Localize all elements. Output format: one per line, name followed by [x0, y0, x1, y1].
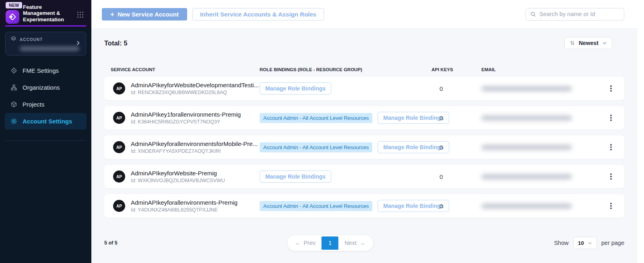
- table-row: AP AdminAPIkeyforWebsiteDevelopmentandTe…: [104, 77, 624, 100]
- column-header-role-bindings: ROLE BINDINGS (ROLE - RESOURCE GROUP): [260, 67, 431, 72]
- plus-icon: +: [110, 11, 114, 18]
- search-input[interactable]: [539, 11, 620, 17]
- sidebar: NEW Feature Management & Experimentation…: [0, 0, 91, 263]
- account-name-redacted: [20, 46, 79, 51]
- page-1-button[interactable]: 1: [322, 236, 339, 250]
- product-title: Feature Management & Experimentation: [23, 4, 74, 23]
- sidebar-item-label: FME Settings: [23, 67, 59, 74]
- table-body: AP AdminAPIkeyforWebsiteDevelopmentandTe…: [104, 77, 624, 224]
- sidebar-divider: [5, 140, 86, 141]
- email-cell: [481, 86, 597, 91]
- sort-arrows-icon: [570, 40, 575, 46]
- service-account-id: Id: WXK3NVOJBQZILIDMAVBJWCSVWU: [131, 178, 225, 183]
- email-redacted: [481, 203, 572, 209]
- role-bindings-cell: Manage Role Bindings: [260, 82, 431, 95]
- sidebar-item-account-settings[interactable]: Account Settings: [5, 113, 87, 129]
- toolbar: + New Service Account Inherit Service Ac…: [91, 0, 637, 29]
- email-redacted: [481, 115, 572, 121]
- service-account-name: AdminAPIkeyforallenvironmentsforMobile-P…: [131, 140, 258, 147]
- next-page-button[interactable]: Next →: [339, 237, 371, 249]
- column-header-api-keys: API KEYS: [431, 67, 481, 72]
- table-row: AP AdminAPIkeyforallenvironments-Premig …: [104, 194, 624, 218]
- new-service-account-button[interactable]: + New Service Account: [102, 8, 187, 21]
- new-badge: NEW: [6, 2, 22, 8]
- sidebar-item-projects[interactable]: Projects: [5, 96, 87, 113]
- sidebar-nav: FME Settings Organizations Projects: [0, 62, 91, 129]
- email-cell: [481, 145, 597, 150]
- chevron-right-icon: [75, 40, 81, 47]
- chevron-down-icon: [588, 241, 592, 245]
- service-account-cell: AP AdminAPIkeyforallenvironments-Premig …: [113, 199, 260, 213]
- avatar: AP: [113, 200, 125, 212]
- total-count: Total: 5: [104, 39, 127, 47]
- prev-label: Prev: [303, 240, 316, 246]
- fme-settings-icon: [10, 67, 17, 74]
- api-keys-count: 0: [431, 85, 481, 92]
- kebab-menu-button[interactable]: [606, 83, 616, 94]
- search-box: [526, 8, 624, 21]
- manage-role-bindings-button[interactable]: Manage Role Bindings: [260, 82, 331, 95]
- email-cell: [481, 203, 597, 209]
- app-switcher-icon[interactable]: [77, 12, 83, 18]
- account-selector[interactable]: ACCOUNT: [5, 32, 86, 55]
- page-count: 5 of 5: [104, 240, 118, 246]
- service-account-cell: AP AdminAPIkeyforWebsiteDevelopmentandTe…: [113, 82, 260, 95]
- manage-role-bindings-button[interactable]: Manage Role Bindings: [260, 171, 331, 183]
- search-icon: [530, 11, 536, 17]
- new-service-account-label: New Service Account: [118, 11, 179, 18]
- api-keys-count: 0: [431, 115, 481, 121]
- chevron-down-icon: [602, 41, 607, 45]
- email-redacted: [481, 145, 572, 150]
- table-row: AP AdminAPIkeyforWebsite-Premig Id: WXK3…: [104, 165, 624, 188]
- avatar: AP: [113, 112, 125, 124]
- role-bindings-cell: Manage Role Bindings: [260, 171, 431, 183]
- kebab-menu-button[interactable]: [606, 113, 616, 123]
- brand-divider: [5, 25, 86, 27]
- sidebar-item-label: Projects: [23, 101, 44, 108]
- service-account-id: Id: XNOERAFYYA5XPDEZ7AOQTJKIRI: [131, 148, 258, 154]
- page-size-dropdown[interactable]: 10: [573, 237, 597, 249]
- gear-icon: [10, 118, 17, 125]
- avatar: AP: [113, 82, 125, 95]
- account-label: ACCOUNT: [20, 37, 43, 42]
- service-account-id: Id: Y4OUNXZ46A6IBL6255QTPXJJNE: [131, 207, 237, 213]
- email-redacted: [481, 86, 572, 91]
- email-redacted: [481, 174, 572, 179]
- inherit-service-accounts-button[interactable]: Inherit Service Accounts & Assign Roles: [192, 8, 324, 21]
- role-bindings-cell: Account Admin - All Account Level Resour…: [260, 141, 431, 153]
- sidebar-item-label: Organizations: [23, 84, 60, 91]
- next-label: Next: [345, 240, 357, 246]
- sidebar-item-fme-settings[interactable]: FME Settings: [5, 62, 87, 79]
- avatar: AP: [113, 171, 125, 183]
- pager: ← Prev 1 Next →: [287, 235, 373, 251]
- sidebar-header: NEW Feature Management & Experimentation: [0, 0, 91, 28]
- fme-logo-icon: [6, 10, 19, 24]
- projects-icon: [10, 101, 17, 108]
- kebab-menu-button[interactable]: [606, 171, 616, 182]
- table-row: AP AdminAPIkeyforallenvironmentsforMobil…: [104, 136, 624, 159]
- sidebar-item-label: Account Settings: [23, 118, 72, 125]
- api-keys-count: 0: [431, 144, 481, 151]
- content: Total: 5 Newest SERVICE ACCOUNT ROLE BIN…: [91, 29, 637, 263]
- service-account-name: AdminAPIkeyforWebsiteDevelopmentandTesti…: [131, 82, 259, 88]
- table-header-row: SERVICE ACCOUNT ROLE BINDINGS (ROLE - RE…: [104, 67, 624, 72]
- sort-dropdown[interactable]: Newest: [564, 37, 612, 49]
- column-header-email: EMAIL: [481, 67, 597, 72]
- main-area: + New Service Account Inherit Service Ac…: [91, 0, 637, 263]
- prev-page-button[interactable]: ← Prev: [289, 237, 322, 249]
- service-account-cell: AP AdminAPIkey1forallenvironments-Premig…: [113, 111, 260, 125]
- pagination-bar: 5 of 5 ← Prev 1 Next → Show 10 per page: [104, 235, 624, 251]
- api-keys-count: 0: [431, 203, 481, 210]
- role-binding-badge: Account Admin - All Account Level Resour…: [260, 113, 372, 123]
- sidebar-item-organizations[interactable]: Organizations: [5, 79, 87, 96]
- show-label: Show: [554, 240, 568, 246]
- role-binding-badge: Account Admin - All Account Level Resour…: [260, 201, 372, 211]
- service-account-name: AdminAPIkey1forallenvironments-Premig: [131, 111, 241, 118]
- kebab-menu-button[interactable]: [606, 201, 616, 211]
- arrow-right-icon: →: [359, 240, 365, 246]
- service-account-name: AdminAPIkeyforallenvironments-Premig: [131, 199, 237, 206]
- service-account-id: Id: RENCKBZ3XQ6UBBWWEDKD25L6AQ: [131, 90, 259, 95]
- sort-value: Newest: [579, 40, 599, 46]
- kebab-menu-button[interactable]: [606, 142, 616, 152]
- service-account-cell: AP AdminAPIkeyforallenvironmentsforMobil…: [113, 140, 260, 154]
